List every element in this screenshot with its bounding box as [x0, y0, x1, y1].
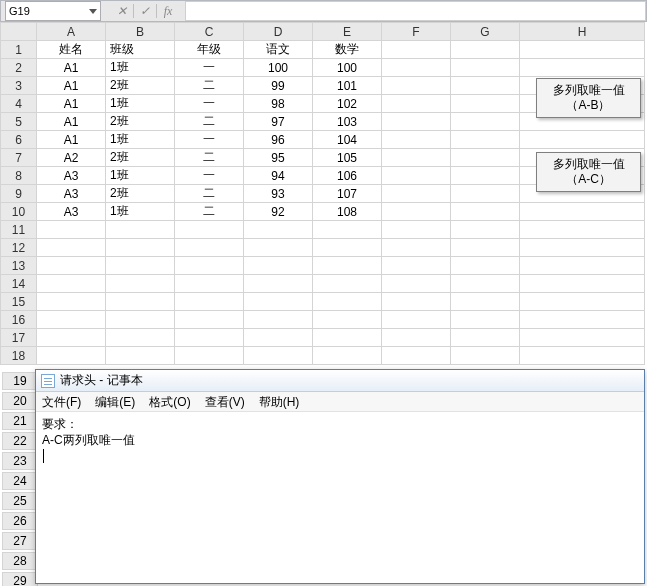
- cell[interactable]: A1: [37, 113, 106, 131]
- menu-view[interactable]: 查看(V): [205, 394, 245, 409]
- col-header[interactable]: G: [451, 23, 520, 41]
- cell[interactable]: [106, 275, 175, 293]
- row-header[interactable]: 28: [2, 552, 38, 570]
- cell[interactable]: [451, 239, 520, 257]
- cell[interactable]: A1: [37, 95, 106, 113]
- cell[interactable]: 105: [313, 149, 382, 167]
- col-header[interactable]: A: [37, 23, 106, 41]
- cell[interactable]: 数学: [313, 41, 382, 59]
- cell[interactable]: [451, 293, 520, 311]
- notepad-textarea[interactable]: 要求： A-C两列取唯一值: [36, 412, 644, 468]
- cell[interactable]: A3: [37, 185, 106, 203]
- cell[interactable]: [451, 149, 520, 167]
- select-all-corner[interactable]: [1, 23, 37, 41]
- cell[interactable]: 100: [313, 59, 382, 77]
- cell[interactable]: 98: [244, 95, 313, 113]
- row-header[interactable]: 11: [1, 221, 37, 239]
- row-header[interactable]: 3: [1, 77, 37, 95]
- cell[interactable]: [451, 257, 520, 275]
- row-header[interactable]: 19: [2, 372, 38, 390]
- cell[interactable]: [520, 311, 645, 329]
- row-header[interactable]: 9: [1, 185, 37, 203]
- cell[interactable]: 2班: [106, 113, 175, 131]
- cell[interactable]: [106, 239, 175, 257]
- col-header[interactable]: D: [244, 23, 313, 41]
- name-box[interactable]: G19: [5, 1, 101, 21]
- col-header[interactable]: B: [106, 23, 175, 41]
- notepad-titlebar[interactable]: 请求头 - 记事本: [36, 370, 644, 392]
- cell[interactable]: [382, 311, 451, 329]
- col-header[interactable]: C: [175, 23, 244, 41]
- col-header[interactable]: F: [382, 23, 451, 41]
- cell[interactable]: A1: [37, 77, 106, 95]
- row-header[interactable]: 16: [1, 311, 37, 329]
- cell[interactable]: [382, 59, 451, 77]
- row-header[interactable]: 10: [1, 203, 37, 221]
- row-header[interactable]: 2: [1, 59, 37, 77]
- cell[interactable]: 年级: [175, 41, 244, 59]
- cell[interactable]: [37, 275, 106, 293]
- cell[interactable]: [451, 77, 520, 95]
- row-header[interactable]: 24: [2, 472, 38, 490]
- cell[interactable]: 班级: [106, 41, 175, 59]
- cell[interactable]: [175, 221, 244, 239]
- cell[interactable]: [382, 257, 451, 275]
- cell[interactable]: [451, 347, 520, 365]
- cell[interactable]: [175, 293, 244, 311]
- cell[interactable]: [451, 131, 520, 149]
- menu-help[interactable]: 帮助(H): [259, 394, 300, 409]
- col-header[interactable]: H: [520, 23, 645, 41]
- cell[interactable]: [106, 293, 175, 311]
- cell[interactable]: A3: [37, 167, 106, 185]
- cell[interactable]: 1班: [106, 95, 175, 113]
- cell[interactable]: [313, 239, 382, 257]
- cancel-icon[interactable]: ✕: [113, 4, 131, 19]
- cell[interactable]: [451, 41, 520, 59]
- cell[interactable]: [313, 275, 382, 293]
- cell[interactable]: 97: [244, 113, 313, 131]
- cell[interactable]: [451, 113, 520, 131]
- row-header[interactable]: 5: [1, 113, 37, 131]
- cell[interactable]: [451, 203, 520, 221]
- cell[interactable]: 108: [313, 203, 382, 221]
- cell[interactable]: [382, 221, 451, 239]
- row-header[interactable]: 7: [1, 149, 37, 167]
- cell[interactable]: [451, 185, 520, 203]
- macro-button-ab[interactable]: 多列取唯一值 （A-B）: [536, 78, 641, 118]
- cell[interactable]: [520, 59, 645, 77]
- cell[interactable]: 101: [313, 77, 382, 95]
- confirm-icon[interactable]: ✓: [136, 4, 154, 19]
- cell[interactable]: 姓名: [37, 41, 106, 59]
- cell[interactable]: [106, 311, 175, 329]
- row-header[interactable]: 23: [2, 452, 38, 470]
- cell[interactable]: [451, 329, 520, 347]
- row-header[interactable]: 25: [2, 492, 38, 510]
- cell[interactable]: [382, 77, 451, 95]
- cell[interactable]: [382, 113, 451, 131]
- cell[interactable]: [520, 293, 645, 311]
- cell[interactable]: [451, 311, 520, 329]
- cell[interactable]: [244, 293, 313, 311]
- cell[interactable]: [313, 293, 382, 311]
- cell[interactable]: 1班: [106, 59, 175, 77]
- cell[interactable]: [382, 41, 451, 59]
- cell[interactable]: 107: [313, 185, 382, 203]
- cell[interactable]: A1: [37, 131, 106, 149]
- cell[interactable]: [382, 149, 451, 167]
- formula-input[interactable]: [185, 1, 646, 21]
- cell[interactable]: 106: [313, 167, 382, 185]
- cell[interactable]: 二: [175, 149, 244, 167]
- row-header[interactable]: 15: [1, 293, 37, 311]
- cell[interactable]: [244, 239, 313, 257]
- cell[interactable]: [37, 257, 106, 275]
- cell[interactable]: [520, 221, 645, 239]
- cell[interactable]: [244, 257, 313, 275]
- col-header[interactable]: E: [313, 23, 382, 41]
- cell[interactable]: 1班: [106, 131, 175, 149]
- cell[interactable]: 二: [175, 203, 244, 221]
- cell[interactable]: A2: [37, 149, 106, 167]
- cell[interactable]: [37, 347, 106, 365]
- cell[interactable]: [175, 347, 244, 365]
- cell[interactable]: [520, 131, 645, 149]
- cell[interactable]: [313, 329, 382, 347]
